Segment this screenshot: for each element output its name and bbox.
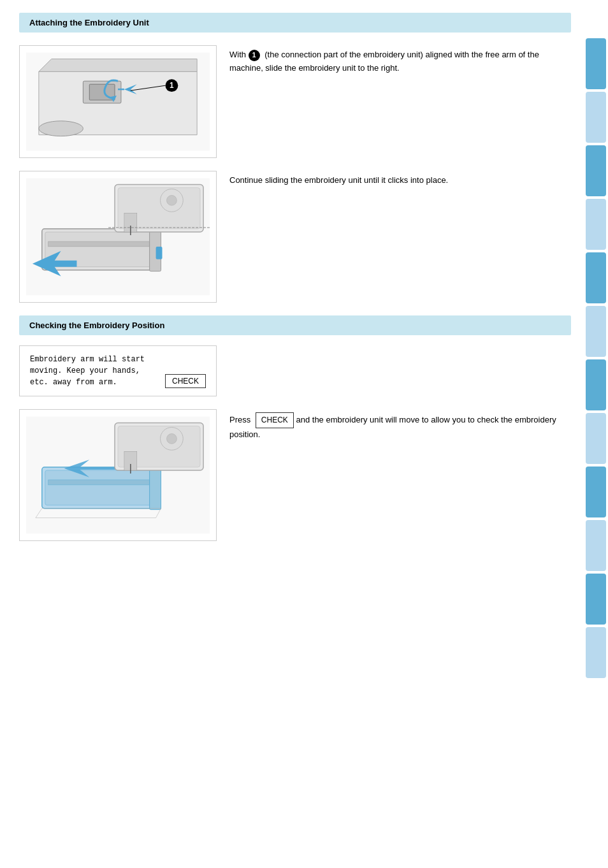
step2-text-column: Continue sliding the embroidery unit unt…: [229, 171, 571, 192]
svg-point-37: [166, 433, 177, 444]
check-text-column: Press CHECK and the embroidery unit will…: [229, 409, 571, 447]
check-illustration: [19, 409, 217, 541]
check-position-svg: [26, 416, 210, 534]
circle-1: 1: [249, 50, 260, 61]
warning-line1: Embroidery arm will start: [30, 354, 145, 365]
side-tab-8[interactable]: [586, 413, 606, 464]
check-button-warning[interactable]: CHECK: [165, 374, 206, 388]
warning-line2: moving. Keep your hands,: [30, 365, 145, 377]
warning-line3: etc. away from arm.: [30, 377, 145, 388]
header-title: Attaching the Embroidery Unit: [29, 18, 149, 27]
step2-text: Continue sliding the embroidery unit unt…: [229, 174, 571, 187]
svg-rect-15: [48, 242, 150, 247]
svg-text:1: 1: [170, 81, 174, 90]
connection-part-svg: 1: [26, 52, 210, 151]
step1-text: With 1 (the connection part of the embro…: [229, 48, 571, 75]
check-step-text: Press CHECK and the embroidery unit will…: [229, 412, 571, 442]
svg-rect-28: [45, 470, 153, 505]
side-tab-9[interactable]: [586, 467, 606, 517]
side-tab-7[interactable]: [586, 359, 606, 410]
svg-rect-29: [48, 480, 150, 485]
side-tab-1[interactable]: [586, 38, 606, 89]
step2-illustration: [19, 171, 217, 303]
slide-unit-svg: [26, 178, 210, 296]
side-tab-3[interactable]: [586, 145, 606, 196]
svg-rect-30: [150, 466, 161, 510]
step1-row: 1 With 1 (the connection part of the emb…: [19, 45, 571, 158]
side-tabs: [584, 0, 608, 868]
warning-box: Embroidery arm will start moving. Keep y…: [19, 345, 217, 396]
step1-illustration: 1: [19, 45, 217, 158]
svg-point-11: [39, 121, 83, 136]
svg-rect-17: [156, 247, 163, 259]
svg-point-23: [166, 195, 177, 205]
check-section-banner: Checking the Embroidery Position: [19, 315, 571, 335]
header-banner: Attaching the Embroidery Unit: [19, 13, 571, 33]
svg-marker-2: [39, 59, 197, 71]
side-tab-4[interactable]: [586, 199, 606, 250]
step1-text-column: With 1 (the connection part of the embro…: [229, 45, 571, 80]
side-tab-12[interactable]: [586, 627, 606, 678]
step2-row: Continue sliding the embroidery unit unt…: [19, 171, 571, 303]
side-tab-5[interactable]: [586, 252, 606, 303]
side-tab-10[interactable]: [586, 520, 606, 571]
check-banner-title: Checking the Embroidery Position: [29, 321, 164, 330]
warning-text: Embroidery arm will start moving. Keep y…: [30, 354, 145, 388]
check-step-row: Press CHECK and the embroidery unit will…: [19, 409, 571, 541]
inline-check-button: CHECK: [256, 412, 294, 428]
side-tab-11[interactable]: [586, 574, 606, 625]
side-tab-6[interactable]: [586, 306, 606, 357]
side-tab-2[interactable]: [586, 92, 606, 143]
